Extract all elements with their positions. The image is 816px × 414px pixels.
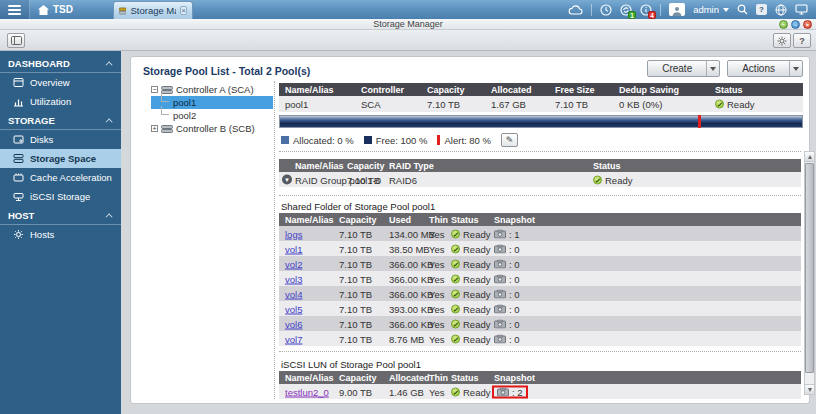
window-minimize-button[interactable]: −	[779, 20, 788, 29]
folder-capacity: 7.10 TB	[339, 273, 372, 284]
column-header[interactable]: Name/Alias	[285, 85, 334, 95]
shared-folder-link[interactable]: vol3	[285, 273, 302, 284]
shared-folder-link[interactable]: vol2	[285, 258, 302, 269]
shared-folder-link[interactable]: vol1	[285, 243, 302, 254]
sidebar-item-hosts[interactable]: Hosts	[0, 225, 121, 244]
check-circle-icon: ✓	[451, 274, 460, 283]
shared-folder-row[interactable]: logs 7.10 TB 134.00 MB Yes ✓ Ready : 1	[279, 226, 801, 241]
search-icon[interactable]	[737, 4, 748, 15]
help-icon[interactable]: ?	[756, 4, 767, 15]
check-circle-icon: ✓	[715, 100, 724, 109]
shared-folder-link[interactable]: vol6	[285, 318, 302, 329]
background-task-icon[interactable]	[600, 4, 612, 16]
shared-folder-row[interactable]: vol6 7.10 TB 366.00 KB Yes ✓ Ready : 0	[279, 316, 801, 331]
column-header[interactable]: Allocated	[389, 373, 430, 383]
column-header[interactable]: Allocated	[491, 85, 532, 95]
column-header[interactable]: Capacity	[339, 373, 377, 383]
iscsi-lun-row[interactable]: testlun2_0 9.00 TB 1.46 GB Yes ✓ Ready :…	[279, 384, 801, 399]
column-header[interactable]: Name/Alias	[295, 161, 344, 171]
sidebar-section-dashboard[interactable]: DASHBOARD	[0, 54, 121, 73]
main-menu-button[interactable]	[0, 0, 30, 19]
settings-gear-button[interactable]	[773, 33, 791, 48]
column-header[interactable]: Status	[715, 85, 743, 95]
expand-row-icon[interactable]: ▼	[282, 175, 292, 185]
sync-notifications-icon[interactable]: 1	[620, 4, 632, 16]
status-label: Ready	[463, 318, 490, 329]
actions-dropdown-arrow[interactable]	[789, 61, 802, 76]
shared-folder-row[interactable]: vol1 7.10 TB 38.50 MB Yes ✓ Ready : 0	[279, 241, 801, 256]
sidebar-item-cache-acceleration[interactable]: Cache Acceleration	[0, 168, 121, 187]
shared-folder-link[interactable]: vol4	[285, 288, 302, 299]
user-menu[interactable]: admin	[693, 4, 729, 15]
tab-close-icon[interactable]: ×	[180, 6, 187, 15]
legend-label: Alert: 80 %	[444, 135, 490, 146]
shared-folder-row[interactable]: vol2 7.10 TB 366.00 KB Yes ✓ Ready : 0	[279, 256, 801, 271]
tree-node-pool2[interactable]: pool2	[151, 109, 273, 122]
scroll-up-button[interactable]	[805, 152, 814, 162]
column-header[interactable]: Used	[389, 215, 411, 225]
create-dropdown-arrow[interactable]	[706, 61, 719, 76]
shared-folder-row[interactable]: vol3 7.10 TB 366.00 KB Yes ✓ Ready : 0	[279, 271, 801, 286]
column-header[interactable]: Free Size	[555, 85, 595, 95]
sidebar-item-iscsi-storage[interactable]: iSCSI Storage	[0, 187, 121, 206]
pool-table-row[interactable]: pool1 SCA 7.10 TB 1.67 GB 7.10 TB 0 KB (…	[279, 96, 803, 112]
collapse-icon[interactable]: −	[151, 86, 158, 93]
vertical-scrollbar[interactable]	[804, 151, 815, 395]
expand-icon[interactable]: +	[151, 125, 158, 132]
toolbar-help-button[interactable]: ?	[793, 33, 811, 48]
sidebar-section-storage[interactable]: STORAGE	[0, 111, 121, 130]
shared-folder-row[interactable]: vol5 7.10 TB 393.00 KB Yes ✓ Ready : 0	[279, 301, 801, 316]
sidebar-item-overview[interactable]: Overview	[0, 73, 121, 92]
create-button[interactable]: Create	[647, 60, 720, 77]
column-header[interactable]: Thin	[429, 215, 448, 225]
column-header[interactable]: Name/Alias	[285, 215, 334, 225]
sidebar-item-utilization[interactable]: Utilization	[0, 92, 121, 111]
column-header[interactable]: Snapshot	[494, 373, 535, 383]
pool-dedup-saving: 0 KB (0%)	[619, 99, 662, 110]
tree-node-controller-a[interactable]: − Controller A (SCA)	[151, 83, 273, 96]
actions-button[interactable]: Actions	[727, 60, 803, 77]
iscsi-lun-link[interactable]: testlun2_0	[285, 386, 329, 397]
status-label: Ready	[727, 99, 754, 110]
legend-free: Free: 100 %	[364, 135, 428, 146]
column-header[interactable]: Status	[593, 161, 621, 171]
shared-folder-link[interactable]: vol7	[285, 333, 302, 344]
sidebar-item-storage-space[interactable]: Storage Space	[0, 149, 121, 168]
column-header[interactable]: Capacity	[427, 85, 465, 95]
window-maximize-button[interactable]: ▫	[791, 20, 800, 29]
column-header[interactable]: Status	[451, 215, 479, 225]
user-avatar[interactable]	[669, 3, 685, 16]
desktop-icon[interactable]	[795, 4, 808, 15]
sidebar-section-host[interactable]: HOST	[0, 206, 121, 225]
column-header[interactable]: RAID Type	[389, 161, 434, 171]
shared-folder-row[interactable]: vol7 7.10 TB 8.76 MB Yes ✓ Ready : 0	[279, 331, 801, 346]
sidebar-item-disks[interactable]: Disks	[0, 130, 121, 149]
column-header[interactable]: Controller	[361, 85, 404, 95]
scrollbar-thumb[interactable]	[805, 163, 814, 373]
column-header[interactable]: Snapshot	[494, 215, 535, 225]
edit-alert-threshold-button[interactable]: ✎	[501, 133, 518, 147]
column-header[interactable]: Name/Alias	[285, 373, 334, 383]
folder-thin: Yes	[429, 303, 445, 314]
tab-storage-manager[interactable]: Storage Mana... ×	[113, 1, 193, 19]
column-header[interactable]: Status	[451, 373, 479, 383]
scroll-down-button[interactable]	[805, 384, 814, 394]
info-notifications-icon[interactable]: 4	[640, 4, 652, 16]
tree-node-controller-b[interactable]: + Controller B (SCB)	[151, 122, 273, 135]
toggle-sidebar-button[interactable]	[7, 33, 25, 48]
column-header[interactable]: Capacity	[339, 215, 377, 225]
folder-capacity: 7.10 TB	[339, 258, 372, 269]
shared-folder-link[interactable]: vol5	[285, 303, 302, 314]
home-nas-name[interactable]: TSD	[30, 4, 83, 15]
column-header[interactable]: Capacity	[347, 161, 385, 171]
column-header[interactable]: Dedup Saving	[619, 85, 679, 95]
shared-folder-row[interactable]: vol4 7.10 TB 366.00 KB Yes ✓ Ready : 0	[279, 286, 801, 301]
column-header[interactable]: Thin	[429, 373, 448, 383]
tree-node-pool1[interactable]: pool1	[151, 96, 273, 109]
language-globe-icon[interactable]	[775, 4, 787, 16]
cloud-icon[interactable]	[568, 5, 583, 15]
window-close-button[interactable]: ×	[803, 20, 812, 29]
raid-table-row[interactable]: ▼ RAID Group pool1-0 7.10 TB RAID6 ✓ Rea…	[279, 172, 801, 187]
pane-divider	[274, 81, 275, 399]
shared-folder-link[interactable]: logs	[285, 228, 302, 239]
